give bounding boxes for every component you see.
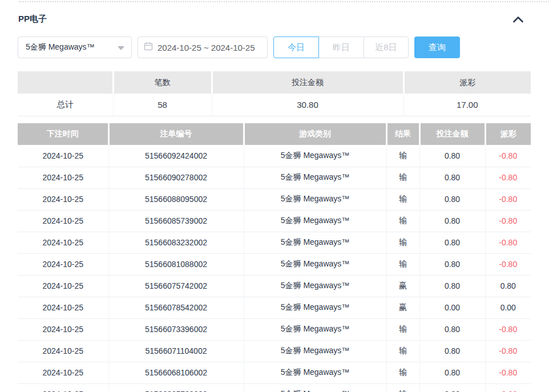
- summary-bet-amount: 30.80: [212, 94, 403, 116]
- summary-count: 58: [113, 94, 212, 116]
- bet-header-cell: 投注金额: [419, 123, 485, 145]
- panel-header: PP电子: [18, 14, 531, 25]
- bet-amount: 0.80: [419, 210, 485, 232]
- summary-header-cell: 派彩: [403, 71, 531, 94]
- bet-amount: 0.80: [419, 253, 485, 275]
- panel-title: PP电子: [18, 14, 47, 23]
- result: 赢: [386, 275, 419, 297]
- bet-amount: 0.80: [419, 318, 485, 340]
- payout: -0.80: [485, 188, 531, 210]
- summary-table: 笔数投注金额派彩 总计 58 30.80 17.00: [18, 71, 531, 116]
- order-id: 51566090278002: [108, 167, 244, 188]
- payout: 0.80: [485, 275, 531, 297]
- payout: -0.80: [485, 167, 531, 188]
- order-id: 51566073396002: [108, 318, 244, 340]
- calendar-icon: [144, 42, 153, 53]
- table-row: 2024-10-25515660832320025金狮 Megaways™输0.…: [18, 232, 531, 253]
- quick-button[interactable]: 今日: [273, 37, 319, 58]
- order-id: 51566068106002: [108, 362, 244, 383]
- payout: -0.80: [485, 383, 531, 392]
- game-type: 5金狮 Megaways™: [244, 383, 386, 392]
- payout: -0.80: [485, 318, 531, 340]
- game-type: 5金狮 Megaways™: [244, 253, 386, 275]
- table-row: 2024-10-25515660857390025金狮 Megaways™输0.…: [18, 210, 531, 232]
- summary-total-row: 总计 58 30.80 17.00: [18, 94, 531, 116]
- result: 赢: [386, 297, 419, 318]
- summary-header-row: 笔数投注金额派彩: [18, 71, 531, 94]
- bet-amount: 0.80: [419, 362, 485, 383]
- quick-button[interactable]: 昨日: [318, 37, 364, 58]
- table-row: 2024-10-25515660810880025金狮 Megaways™输0.…: [18, 253, 531, 275]
- order-id: 51566078542002: [108, 297, 244, 318]
- table-row: 2024-10-25515660924240025金狮 Megaways™输0.…: [18, 145, 531, 167]
- top-dotted-divider: [19, 1, 549, 2]
- order-id: 51566081088002: [108, 253, 244, 275]
- result: 输: [386, 188, 419, 210]
- payout: -0.80: [485, 232, 531, 253]
- collapse-chevron-up-icon[interactable]: [512, 15, 524, 23]
- bet-date: 2024-10-25: [18, 297, 108, 318]
- payout: -0.80: [485, 145, 531, 167]
- game-type: 5金狮 Megaways™: [244, 167, 386, 188]
- result: 输: [386, 253, 419, 275]
- bet-date: 2024-10-25: [18, 210, 108, 232]
- order-id: 51566088095002: [108, 188, 244, 210]
- summary-header-cell: [18, 71, 113, 94]
- result: 输: [386, 318, 419, 340]
- bet-date: 2024-10-25: [18, 383, 108, 392]
- table-row: 2024-10-25515660711040025金狮 Megaways™输0.…: [18, 340, 531, 362]
- bet-amount: 0.80: [419, 275, 485, 297]
- order-id: 51566075742002: [108, 275, 244, 297]
- bet-header-cell: 派彩: [485, 123, 531, 145]
- result: 输: [386, 362, 419, 383]
- result: 输: [386, 232, 419, 253]
- date-range-value: 2024-10-25 ~ 2024-10-25: [158, 43, 255, 52]
- bet-amount: 0.00: [419, 297, 485, 318]
- bet-header-cell: 游戏类别: [244, 123, 386, 145]
- payout: -0.80: [485, 210, 531, 232]
- table-row: 2024-10-25515660902780025金狮 Megaways™输0.…: [18, 167, 531, 188]
- game-type: 5金狮 Megaways™: [244, 275, 386, 297]
- date-range-input[interactable]: 2024-10-25 ~ 2024-10-25: [138, 37, 268, 58]
- order-id: 51566083232002: [108, 232, 244, 253]
- summary-payout: 17.00: [403, 94, 531, 116]
- result: 输: [386, 340, 419, 362]
- payout: 0.00: [485, 297, 531, 318]
- table-row: 2024-10-25515660785420025金狮 Megaways™赢0.…: [18, 297, 531, 318]
- table-row: 2024-10-25515660681060025金狮 Megaways™输0.…: [18, 362, 531, 383]
- chevron-down-icon: [118, 46, 124, 50]
- table-row: 2024-10-25515660757420025金狮 Megaways™赢0.…: [18, 275, 531, 297]
- bet-header-cell: 结果: [386, 123, 419, 145]
- game-type: 5金狮 Megaways™: [244, 232, 386, 253]
- bet-date: 2024-10-25: [18, 145, 108, 167]
- pp-games-panel: PP电子 5金狮 Megaways™ 2024-10-25 ~ 2024-10-…: [0, 0, 549, 392]
- bet-table-body: 2024-10-25515660924240025金狮 Megaways™输0.…: [18, 145, 531, 392]
- table-row: 2024-10-25515660880950025金狮 Megaways™输0.…: [18, 188, 531, 210]
- quick-button[interactable]: 近8日: [364, 37, 409, 58]
- order-id: 51566092424002: [108, 145, 244, 167]
- summary-total-label: 总计: [18, 94, 113, 116]
- bet-amount: 0.80: [419, 145, 485, 167]
- result: 输: [386, 145, 419, 167]
- summary-header-cell: 投注金额: [212, 71, 403, 94]
- bet-date: 2024-10-25: [18, 167, 108, 188]
- payout: -0.80: [485, 362, 531, 383]
- bet-date: 2024-10-25: [18, 232, 108, 253]
- bet-amount: 0.80: [419, 167, 485, 188]
- game-type: 5金狮 Megaways™: [244, 210, 386, 232]
- table-row: 2024-10-25515660733960025金狮 Megaways™输0.…: [18, 318, 531, 340]
- bet-date: 2024-10-25: [18, 253, 108, 275]
- bet-date: 2024-10-25: [18, 340, 108, 362]
- bet-date: 2024-10-25: [18, 318, 108, 340]
- bet-header-cell: 注单编号: [108, 123, 244, 145]
- game-type: 5金狮 Megaways™: [244, 362, 386, 383]
- quick-date-buttons: 今日昨日近8日: [273, 37, 409, 58]
- game-select[interactable]: 5金狮 Megaways™: [18, 37, 132, 58]
- bet-header-cell: 下注时间: [18, 123, 108, 145]
- query-button[interactable]: 查询: [414, 37, 460, 58]
- bet-amount: 0.80: [419, 232, 485, 253]
- game-type: 5金狮 Megaways™: [244, 340, 386, 362]
- bet-date: 2024-10-25: [18, 275, 108, 297]
- payout: -0.80: [485, 253, 531, 275]
- game-type: 5金狮 Megaways™: [244, 318, 386, 340]
